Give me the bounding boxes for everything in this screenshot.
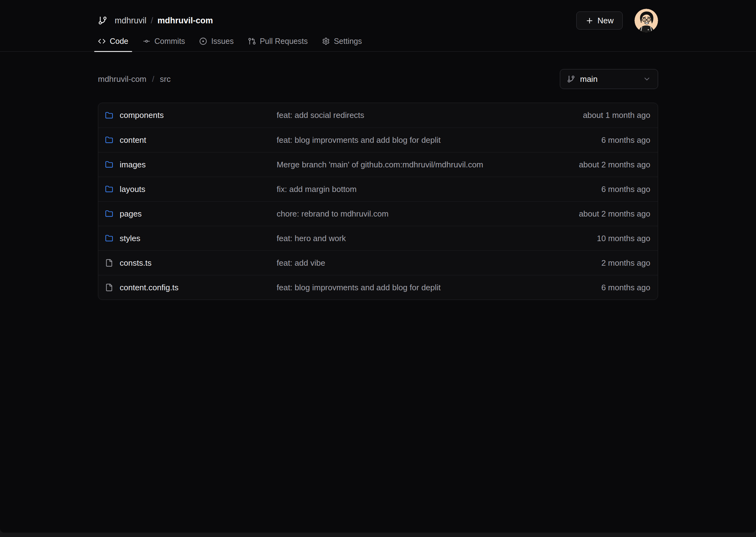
new-button[interactable]: New: [576, 12, 623, 29]
code-icon: [98, 37, 106, 45]
breadcrumb: mdhruvil / mdhruvil-com: [115, 16, 213, 25]
entry-commit-time: 6 months ago: [601, 283, 650, 292]
breadcrumb-separator: /: [151, 16, 153, 25]
tab-pull-requests[interactable]: Pull Requests: [244, 34, 312, 51]
entry-name: images: [120, 160, 146, 170]
git-commit-icon: [143, 37, 150, 45]
folder-icon: [105, 111, 113, 119]
plus-icon: [586, 17, 594, 25]
file-table: components feat: add social redirects ab…: [98, 103, 658, 300]
folder-icon: [105, 210, 113, 218]
folder-icon: [105, 185, 113, 193]
table-row[interactable]: layouts fix: add margin bottom 6 months …: [98, 177, 658, 201]
path-current: src: [160, 74, 170, 84]
entry-commit-message: Merge branch 'main' of github.com:mdhruv…: [277, 160, 579, 170]
entry-name: layouts: [120, 185, 145, 194]
entry-name: content: [120, 135, 146, 145]
new-button-label: New: [597, 16, 614, 25]
app-window: mdhruvil / mdhruvil-com New: [0, 0, 756, 533]
tab-commits[interactable]: Commits: [139, 34, 189, 51]
tab-issues[interactable]: Issues: [196, 34, 237, 51]
tab-label: Pull Requests: [260, 37, 308, 46]
entry-commit-time: 2 months ago: [601, 258, 650, 268]
entry-commit-time: 6 months ago: [601, 135, 650, 145]
tab-label: Settings: [334, 37, 362, 46]
tab-label: Commits: [155, 37, 185, 46]
table-row[interactable]: consts.ts feat: add vibe 2 months ago: [98, 250, 658, 275]
folder-icon: [105, 136, 113, 144]
entry-commit-message: feat: hero and work: [277, 234, 597, 243]
entry-commit-message: feat: add social redirects: [277, 110, 583, 120]
entry-name: styles: [120, 234, 140, 243]
entry-commit-time: about 2 months ago: [579, 160, 650, 170]
tab-label: Issues: [211, 37, 234, 46]
entry-commit-time: about 1 month ago: [583, 110, 650, 120]
gear-icon: [322, 37, 330, 45]
brand: mdhruvil / mdhruvil-com: [98, 16, 213, 25]
tab-code[interactable]: Code: [94, 34, 132, 51]
repo-tabs: Code Commits Issues: [94, 34, 658, 51]
path-separator: /: [152, 74, 154, 84]
entry-commit-time: 6 months ago: [601, 185, 650, 194]
circle-dot-icon: [199, 37, 207, 45]
entry-commit-time: about 2 months ago: [579, 209, 650, 219]
entry-commit-message: chore: rebrand to mdhruvil.com: [277, 209, 579, 219]
path-breadcrumb: mdhruvil-com / src: [98, 74, 170, 84]
branch-selector[interactable]: main: [560, 69, 658, 89]
file-icon: [105, 283, 113, 292]
entry-name: components: [120, 110, 164, 120]
table-row[interactable]: images Merge branch 'main' of github.com…: [98, 152, 658, 177]
table-row[interactable]: content.config.ts feat: blog improvments…: [98, 275, 658, 300]
chevron-down-icon: [643, 75, 651, 83]
entry-commit-message: feat: add vibe: [277, 258, 601, 268]
header-actions: New: [576, 9, 658, 32]
avatar[interactable]: [634, 9, 658, 32]
tab-label: Code: [110, 37, 129, 46]
table-row[interactable]: components feat: add social redirects ab…: [98, 103, 658, 128]
branch-name: main: [580, 74, 597, 84]
folder-icon: [105, 234, 113, 242]
main-content: mdhruvil-com / src main: [98, 69, 658, 300]
entry-name: content.config.ts: [120, 283, 178, 292]
path-repo-link[interactable]: mdhruvil-com: [98, 74, 146, 84]
file-icon: [105, 259, 113, 267]
git-branch-icon: [567, 75, 575, 83]
breadcrumb-owner-link[interactable]: mdhruvil: [115, 16, 146, 25]
entry-name: pages: [120, 209, 142, 219]
git-branch-icon: [98, 16, 107, 25]
entry-commit-message: feat: blog improvments and add blog for …: [277, 135, 601, 145]
folder-icon: [105, 161, 113, 169]
entry-commit-time: 10 months ago: [597, 234, 650, 243]
entry-commit-message: fix: add margin bottom: [277, 185, 601, 194]
site-header: mdhruvil / mdhruvil-com New: [0, 0, 756, 52]
table-row[interactable]: content feat: blog improvments and add b…: [98, 128, 658, 152]
entry-commit-message: feat: blog improvments and add blog for …: [277, 283, 601, 292]
table-row[interactable]: pages chore: rebrand to mdhruvil.com abo…: [98, 201, 658, 226]
table-row[interactable]: styles feat: hero and work 10 months ago: [98, 226, 658, 250]
breadcrumb-repo-link[interactable]: mdhruvil-com: [158, 16, 213, 25]
entry-name: consts.ts: [120, 258, 152, 268]
tab-settings[interactable]: Settings: [318, 34, 365, 51]
git-pull-request-icon: [248, 37, 256, 45]
